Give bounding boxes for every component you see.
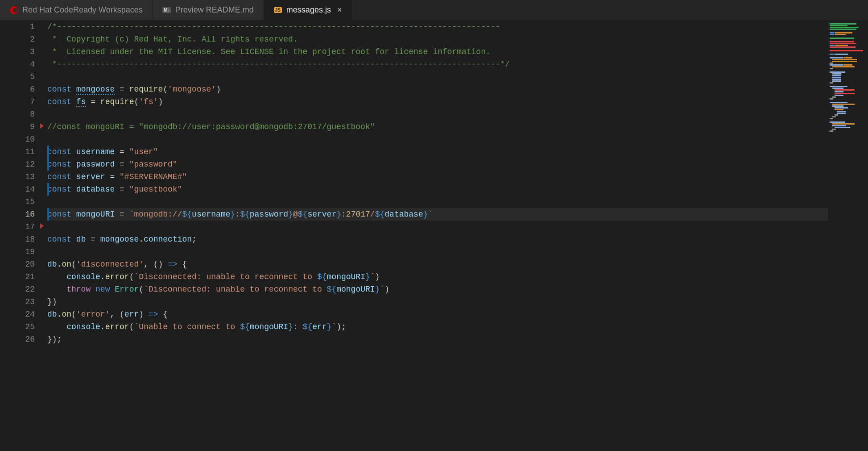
fold-marker-icon[interactable] <box>40 123 44 129</box>
code-text: 'fs' <box>139 97 158 106</box>
line-number: 23 <box>25 297 35 306</box>
code-text: db <box>47 310 57 319</box>
code-text: server <box>76 172 105 181</box>
tab-messages-js[interactable]: JS messages.js × <box>264 0 352 20</box>
code-text: require <box>129 85 163 94</box>
code-text: password <box>250 210 288 219</box>
code-text: password <box>76 160 115 169</box>
line-number: 2 <box>30 35 35 44</box>
code-text: err <box>124 310 139 319</box>
modified-line-indicator <box>47 158 49 171</box>
line-number: 15 <box>25 197 35 206</box>
code-text: `mongodb:// <box>129 210 182 219</box>
code-text: error <box>105 322 129 331</box>
line-number: 8 <box>30 110 35 119</box>
code-text: * Licensed under the MIT License. See LI… <box>47 47 491 56</box>
code-text: database <box>76 185 115 194</box>
code-text: `Unable to connect to <box>134 322 240 331</box>
modified-line-indicator <box>47 146 49 158</box>
code-text: const <box>47 85 71 94</box>
code-text: "password" <box>129 160 178 169</box>
tab-label: Red Hat CodeReady Workspaces <box>22 5 143 15</box>
line-number: 7 <box>30 97 35 106</box>
code-text: require <box>100 97 134 106</box>
code-text: 'mongoose' <box>168 85 216 94</box>
code-text: *---------------------------------------… <box>47 60 510 69</box>
code-text: username <box>76 147 115 156</box>
code-text: mongoose <box>76 85 115 95</box>
line-number: 17 <box>25 222 35 231</box>
code-text: throw <box>66 285 91 294</box>
tab-label: Preview README.md <box>175 5 254 15</box>
tab-codeready-workspaces[interactable]: Red Hat CodeReady Workspaces <box>0 0 153 20</box>
code-text: const <box>47 97 71 106</box>
code-text: const <box>47 235 71 244</box>
code-text: db <box>47 260 57 269</box>
code-text: }) <box>47 297 57 306</box>
tab-label: messages.js <box>286 5 331 15</box>
line-number: 6 <box>30 85 35 94</box>
line-number: 9 <box>30 122 35 131</box>
code-text: Error <box>115 285 139 294</box>
code-text: username <box>192 210 230 219</box>
code-text: db <box>76 235 86 244</box>
code-text: "#SERVERNAME#" <box>120 172 187 181</box>
code-text: new <box>95 285 110 294</box>
code-text: const <box>47 160 71 169</box>
code-text: 'error' <box>76 310 110 319</box>
code-text: err <box>312 322 327 331</box>
line-number: 14 <box>25 185 35 194</box>
code-text: server <box>307 210 336 219</box>
code-text: mongoURI <box>336 285 375 294</box>
code-text: on <box>62 310 71 319</box>
line-number: 25 <box>25 322 35 331</box>
line-number: 4 <box>30 60 35 69</box>
code-text: 27017 <box>346 210 370 219</box>
line-number: 22 <box>25 285 35 294</box>
code-text: fs <box>76 97 86 107</box>
tab-preview-readme[interactable]: M↓ Preview README.md <box>153 0 264 20</box>
editor-tab-bar: Red Hat CodeReady Workspaces M↓ Preview … <box>0 0 868 21</box>
code-text: //const mongoURI = "mongodb://user:passw… <box>47 122 375 131</box>
code-text: 'disconnected' <box>76 260 144 269</box>
line-number: 1 <box>30 22 35 31</box>
line-number: 13 <box>25 172 35 181</box>
code-text: `Disconnected: unable to reconnect to <box>134 272 317 281</box>
code-text: const <box>47 185 71 194</box>
line-number: 21 <box>25 272 35 281</box>
line-number: 12 <box>25 160 35 169</box>
code-text: console <box>66 272 100 281</box>
code-text: connection <box>144 235 192 244</box>
line-number-gutter: 1 2 3 4 5 6 7 8 9 10 11 12 13 14 15 16 1… <box>0 21 47 451</box>
line-number: 10 <box>25 135 35 144</box>
modified-line-indicator <box>47 208 49 221</box>
markdown-preview-icon: M↓ <box>163 6 171 14</box>
close-tab-icon[interactable]: × <box>337 5 342 15</box>
line-number: 18 <box>25 235 35 244</box>
line-number: 16 <box>25 210 35 219</box>
code-text: }); <box>47 335 62 344</box>
code-editor[interactable]: 1 2 3 4 5 6 7 8 9 10 11 12 13 14 15 16 1… <box>0 21 868 451</box>
code-text: on <box>62 260 71 269</box>
fold-marker-icon[interactable] <box>40 223 44 229</box>
line-number: 11 <box>25 147 35 156</box>
code-text: "user" <box>129 147 158 156</box>
redhat-icon <box>10 6 18 14</box>
code-text: * Copyright (c) Red Hat, Inc. All rights… <box>47 35 298 44</box>
line-number: 5 <box>30 72 35 81</box>
code-text: const <box>47 172 71 181</box>
line-number: 3 <box>30 47 35 56</box>
code-text: console <box>66 322 100 331</box>
code-text: const <box>47 147 71 156</box>
code-text: /*--------------------------------------… <box>47 22 500 31</box>
line-number: 19 <box>25 247 35 256</box>
code-text: `Disconnected: unable to reconnect to <box>144 285 327 294</box>
minimap[interactable] <box>828 21 868 451</box>
code-text: mongoURI <box>250 322 288 331</box>
code-content[interactable]: /*--------------------------------------… <box>47 21 828 451</box>
code-text: error <box>105 272 129 281</box>
modified-line-indicator <box>47 183 49 196</box>
code-text: const <box>47 210 71 219</box>
code-text: mongoURI <box>76 210 115 219</box>
line-number: 20 <box>25 260 35 269</box>
